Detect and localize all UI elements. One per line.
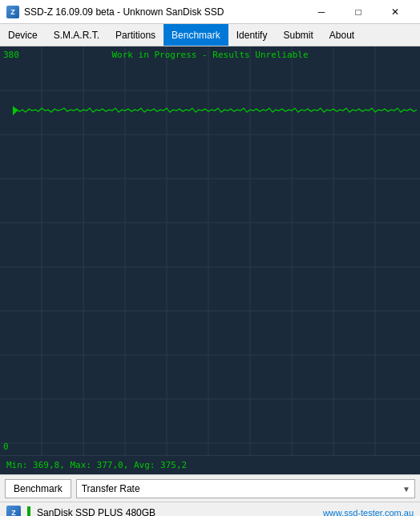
status-bar: Z SanDisk SSD PLUS 480GB www.ssd-tester.… bbox=[0, 502, 420, 516]
title-bar: Z SSD-Z 16.09.09 beta - Unknown SanDisk … bbox=[0, 0, 420, 24]
chart-container: 380 Work in Progress - Results Unreliabl… bbox=[0, 46, 420, 474]
drive-name: SanDisk SSD PLUS 480GB bbox=[37, 507, 317, 517]
chart-status-text: Work in Progress - Results Unreliable bbox=[0, 50, 420, 60]
minimize-button[interactable]: ─ bbox=[303, 0, 340, 24]
menu-bar: Device S.M.A.R.T. Partitions Benchmark I… bbox=[0, 24, 420, 46]
menu-smart[interactable]: S.M.A.R.T. bbox=[46, 24, 107, 46]
status-app-icon: Z bbox=[6, 506, 21, 517]
menu-partitions[interactable]: Partitions bbox=[107, 24, 164, 46]
menu-benchmark[interactable]: Benchmark bbox=[164, 24, 228, 46]
close-button[interactable]: ✕ bbox=[377, 0, 414, 24]
transfer-type-dropdown-wrapper: Transfer Rate Sequential Read Sequential… bbox=[76, 479, 415, 498]
window-controls: ─ □ ✕ bbox=[303, 0, 414, 24]
drive-health-indicator bbox=[27, 506, 30, 517]
maximize-button[interactable]: □ bbox=[340, 0, 377, 24]
y-axis-min-label: 0 bbox=[3, 441, 9, 452]
menu-identify[interactable]: Identify bbox=[228, 24, 276, 46]
svg-marker-18 bbox=[13, 106, 18, 115]
menu-about[interactable]: About bbox=[321, 24, 362, 46]
window-title: SSD-Z 16.09.09 beta - Unknown SanDisk SS… bbox=[24, 6, 303, 18]
benchmark-button[interactable]: Benchmark bbox=[5, 479, 71, 498]
website-link: www.ssd-tester.com.au bbox=[323, 508, 414, 517]
stats-bar: Min: 369,8, Max: 377,0, Avg: 375,2 bbox=[0, 455, 420, 474]
transfer-type-select[interactable]: Transfer Rate Sequential Read Sequential… bbox=[76, 479, 415, 498]
benchmark-chart bbox=[0, 46, 420, 474]
bottom-toolbar: Benchmark Transfer Rate Sequential Read … bbox=[0, 474, 420, 502]
menu-submit[interactable]: Submit bbox=[275, 24, 321, 46]
benchmark-stats: Min: 369,8, Max: 377,0, Avg: 375,2 bbox=[6, 460, 187, 470]
app-icon: Z bbox=[6, 6, 19, 18]
menu-device[interactable]: Device bbox=[0, 24, 46, 46]
